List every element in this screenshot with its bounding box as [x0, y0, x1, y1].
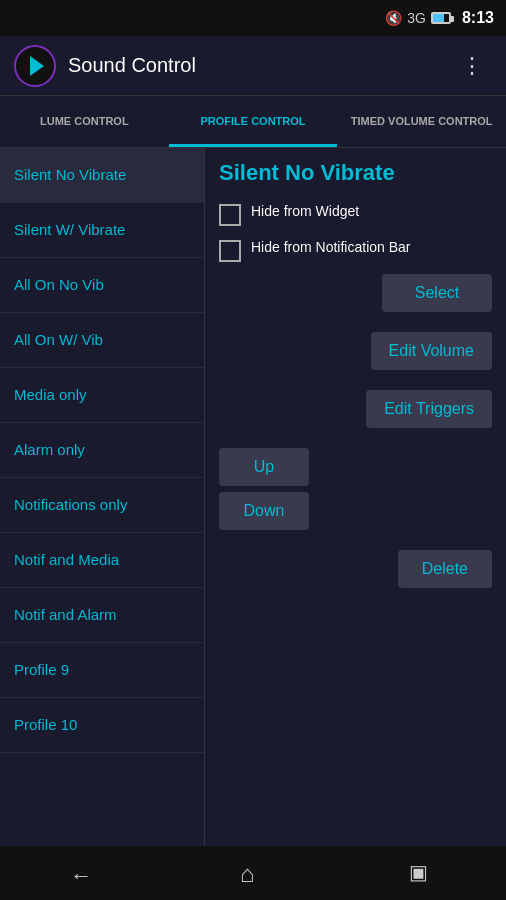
- sidebar-item-silent-w-vibrate[interactable]: Silent W/ Vibrate: [0, 203, 204, 258]
- sidebar-item-alarm-only[interactable]: Alarm only: [0, 423, 204, 478]
- edit-triggers-button[interactable]: Edit Triggers: [366, 390, 492, 428]
- hide-widget-label: Hide from Widget: [251, 202, 359, 220]
- signal-icon: 3G: [407, 10, 426, 26]
- select-button[interactable]: Select: [382, 274, 492, 312]
- edit-volume-button-row: Edit Volume: [219, 332, 492, 380]
- recents-button[interactable]: [382, 853, 462, 893]
- edit-volume-button[interactable]: Edit Volume: [371, 332, 492, 370]
- up-button[interactable]: Up: [219, 448, 309, 486]
- down-button[interactable]: Down: [219, 492, 309, 530]
- app-bar: Sound Control ⋮: [0, 36, 506, 96]
- up-down-controls: Up Down: [219, 448, 492, 530]
- hide-widget-checkbox[interactable]: [219, 204, 241, 226]
- battery-icon: [431, 12, 451, 24]
- sidebar-item-profile-9[interactable]: Profile 9: [0, 643, 204, 698]
- profile-detail-panel: Silent No Vibrate Hide from Widget Hide …: [205, 148, 506, 846]
- profile-detail-title: Silent No Vibrate: [219, 160, 492, 186]
- select-button-row: Select: [219, 274, 492, 322]
- hide-from-notif-row: Hide from Notification Bar: [219, 238, 492, 262]
- recents-icon: [409, 860, 435, 886]
- status-icons: 🔇 3G 8:13: [385, 9, 494, 27]
- delete-button[interactable]: Delete: [398, 550, 492, 588]
- sidebar-item-all-on-w-vib[interactable]: All On W/ Vib: [0, 313, 204, 368]
- app-title: Sound Control: [68, 54, 453, 77]
- hide-notif-label: Hide from Notification Bar: [251, 238, 411, 256]
- main-content: Silent No Vibrate Silent W/ Vibrate All …: [0, 148, 506, 846]
- tab-volume-control[interactable]: LUME CONTROL: [0, 96, 169, 147]
- sidebar-item-notif-and-alarm[interactable]: Notif and Alarm: [0, 588, 204, 643]
- tabs-bar: LUME CONTROL PROFILE CONTROL TIMED VOLUM…: [0, 96, 506, 148]
- tab-profile-control[interactable]: PROFILE CONTROL: [169, 96, 338, 147]
- overflow-menu-button[interactable]: ⋮: [453, 45, 492, 87]
- hide-from-widget-row: Hide from Widget: [219, 202, 492, 226]
- sidebar-item-profile-10[interactable]: Profile 10: [0, 698, 204, 753]
- sidebar-item-all-on-no-vib[interactable]: All On No Vib: [0, 258, 204, 313]
- tab-timed-volume-control[interactable]: TIMED VOLUME CONTROL: [337, 96, 506, 147]
- home-icon: [240, 860, 266, 886]
- home-button[interactable]: [213, 853, 293, 893]
- sidebar-item-silent-no-vibrate[interactable]: Silent No Vibrate: [0, 148, 204, 203]
- profile-list: Silent No Vibrate Silent W/ Vibrate All …: [0, 148, 205, 846]
- back-icon: [70, 863, 98, 883]
- edit-triggers-button-row: Edit Triggers: [219, 390, 492, 438]
- app-icon-play: [30, 56, 44, 76]
- delete-button-row: Delete: [219, 550, 492, 588]
- mute-icon: 🔇: [385, 10, 402, 26]
- status-bar: 🔇 3G 8:13: [0, 0, 506, 36]
- bottom-navigation: [0, 846, 506, 900]
- status-time: 8:13: [462, 9, 494, 27]
- hide-notif-checkbox[interactable]: [219, 240, 241, 262]
- app-icon: [14, 45, 56, 87]
- sidebar-item-notifications-only[interactable]: Notifications only: [0, 478, 204, 533]
- sidebar-item-media-only[interactable]: Media only: [0, 368, 204, 423]
- sidebar-item-notif-and-media[interactable]: Notif and Media: [0, 533, 204, 588]
- back-button[interactable]: [44, 853, 124, 893]
